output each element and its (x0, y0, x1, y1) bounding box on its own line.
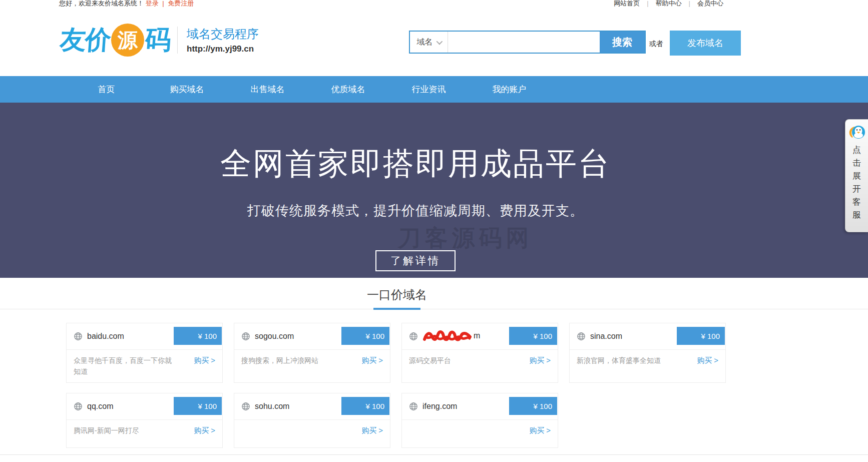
domain-description: 新浪官网，体育盛事全知道 (577, 355, 679, 378)
domain-card-top: sohu.com ¥ 100 (234, 393, 390, 419)
or-text: 或者 (649, 40, 663, 49)
price-tag: ¥ 100 (677, 327, 725, 345)
site-logo[interactable]: 友价 源 码 域名交易程序 http://ym.yj99.cn (60, 23, 259, 58)
buy-link[interactable]: 购买> (194, 426, 215, 435)
logo-coin-icon: 源 (111, 24, 144, 57)
domain-description (241, 425, 344, 443)
domain-description: 众里寻他千百度，百度一下你就知道 (74, 355, 176, 378)
domain-card-grid: baidu.com ¥ 100 众里寻他千百度，百度一下你就知道 购买> (66, 323, 726, 448)
search-button[interactable]: 搜索 (600, 32, 645, 53)
domain-card-top: sina.com ¥ 100 (570, 323, 725, 349)
buy-link[interactable]: 购买> (529, 426, 551, 435)
nav-item-2[interactable]: 出售域名 (227, 76, 308, 103)
domain-card-top: ifeng.com ¥ 100 (402, 393, 558, 419)
topbar-left: 您好，欢迎来友价域名系统！ 登录 | 免费注册 (59, 0, 194, 8)
logo-circle-char: 源 (118, 27, 138, 54)
hero-title: 全网首家即搭即用成品平台 (0, 143, 831, 185)
learn-more-button[interactable]: 了解详情 (375, 250, 456, 271)
domain-label: ifeng.com (422, 402, 457, 410)
buy-link[interactable]: 购买> (361, 356, 383, 365)
domain-name: sohu.com (255, 402, 289, 411)
domain-card-top: m ¥ 100 (402, 323, 558, 349)
domain-card: baidu.com ¥ 100 众里寻他千百度，百度一下你就知道 购买> (66, 323, 223, 383)
nav-item-1[interactable]: 购买域名 (147, 76, 227, 103)
domain-label: m (474, 331, 480, 340)
domain-card: sogou.com ¥ 100 搜狗搜索，网上冲浪网站 购买> (234, 323, 390, 383)
domain-label: baidu.com (87, 332, 124, 340)
globe-icon (577, 332, 586, 341)
domain-card: sina.com ¥ 100 新浪官网，体育盛事全知道 购买> (569, 323, 726, 383)
qq-icon (848, 124, 866, 142)
domain-card: ifeng.com ¥ 100 购买> (401, 393, 558, 448)
logo-text-2: 码 (144, 23, 172, 58)
domain-search-group: 域名 搜索 (409, 31, 646, 54)
hero-subtitle: 打破传统服务模式，提升价值缩减周期、费用及开支。 (0, 202, 831, 220)
topbar-link-separator: | (647, 0, 648, 7)
topbar-link-separator: | (689, 0, 690, 7)
logo-product-name: 域名交易程序 (187, 26, 259, 42)
service-label-char: 开 (852, 183, 861, 196)
domain-name: ifeng.com (422, 402, 457, 411)
nav-item-0[interactable]: 首页 (66, 76, 147, 103)
welcome-text: 您好，欢迎来友价域名系统！ (59, 0, 144, 7)
domain-card: m ¥ 100 源码交易平台 购买> (401, 323, 558, 383)
domain-name: m (422, 330, 480, 343)
price-tag: ¥ 100 (341, 397, 389, 415)
buy-link[interactable]: 购买> (697, 356, 718, 365)
service-label-char: 击 (852, 157, 861, 170)
price-tag: ¥ 100 (509, 327, 557, 345)
customer-service-widget[interactable]: 点击展开客服 (845, 119, 868, 232)
price-tag: ¥ 100 (509, 397, 557, 415)
globe-icon (241, 332, 250, 341)
login-register-divider: | (162, 0, 164, 7)
section-divider-line (0, 309, 868, 309)
domain-card-bottom: 源码交易平台 购买> (402, 350, 558, 382)
section-title: 一口价域名 (0, 287, 794, 303)
domain-card-bottom: 众里寻他千百度，百度一下你就知道 购买> (67, 350, 222, 382)
service-label-char: 点 (852, 144, 861, 157)
domain-card-bottom: 购买> (234, 420, 390, 447)
header: 友价 源 码 域名交易程序 http://ym.yj99.cn 域名 搜索 或者… (0, 9, 868, 76)
topbar-right-links: 网站首页|帮助中心|会员中心 (614, 0, 723, 8)
topbar-link-0[interactable]: 网站首页 (614, 0, 640, 7)
nav-item-5[interactable]: 我的账户 (469, 76, 550, 103)
domain-card-bottom: 新浪官网，体育盛事全知道 购买> (570, 350, 725, 382)
buy-link[interactable]: 购买> (194, 356, 215, 365)
footer-divider-line (0, 454, 868, 455)
domain-card-top: qq.com ¥ 100 (67, 393, 222, 419)
red-scribble-censor (422, 330, 473, 343)
domain-label: sina.com (590, 332, 622, 340)
domain-card: qq.com ¥ 100 腾讯网-新闻一网打尽 购买> (66, 393, 223, 448)
chevron-down-icon (436, 38, 443, 45)
domain-description (409, 425, 512, 443)
domain-card-top: sogou.com ¥ 100 (234, 323, 390, 349)
customer-service-label: 点击展开客服 (852, 144, 861, 222)
domain-description: 腾讯网-新闻一网打尽 (74, 425, 176, 443)
domain-search-input[interactable] (448, 32, 600, 53)
register-link[interactable]: 免费注册 (168, 0, 194, 7)
section-active-tab-underline (373, 308, 420, 310)
domain-description: 搜狗搜索，网上冲浪网站 (241, 355, 344, 378)
publish-domain-button[interactable]: 发布域名 (670, 31, 741, 56)
topbar-link-1[interactable]: 帮助中心 (656, 0, 682, 7)
nav-item-4[interactable]: 行业资讯 (388, 76, 469, 103)
service-label-char: 服 (852, 209, 861, 222)
buy-link[interactable]: 购买> (361, 426, 383, 435)
price-tag: ¥ 100 (341, 327, 389, 345)
search-category-select[interactable]: 域名 (410, 32, 448, 53)
nav-item-3[interactable]: 优质域名 (308, 76, 388, 103)
search-category-value: 域名 (417, 37, 433, 48)
domain-label: qq.com (87, 402, 113, 410)
globe-icon (74, 402, 83, 411)
login-link[interactable]: 登录 (146, 0, 159, 7)
logo-text-1: 友价 (59, 23, 112, 58)
buy-link[interactable]: 购买> (529, 356, 551, 365)
topbar-link-2[interactable]: 会员中心 (697, 0, 723, 7)
topbar: 您好，欢迎来友价域名系统！ 登录 | 免费注册 网站首页|帮助中心|会员中心 (0, 0, 868, 9)
logo-text-block: 域名交易程序 http://ym.yj99.cn (187, 26, 259, 54)
domain-card-top: baidu.com ¥ 100 (67, 323, 222, 349)
domain-card-bottom: 搜狗搜索，网上冲浪网站 购买> (234, 350, 390, 382)
service-label-char: 客 (852, 196, 861, 209)
domain-card-bottom: 购买> (402, 420, 558, 447)
logo-divider (177, 27, 178, 54)
